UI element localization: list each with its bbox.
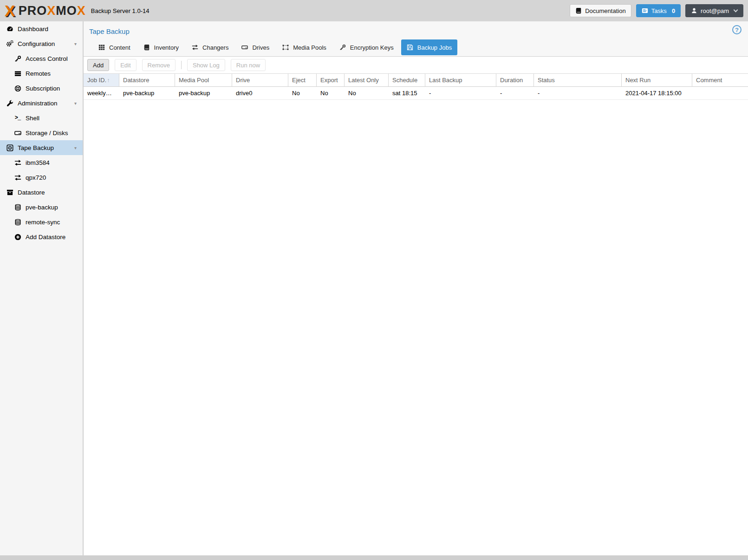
tasks-count-badge: 0: [672, 7, 675, 14]
cell-eject: No: [288, 87, 317, 99]
sidebar-item-label: Administration: [18, 100, 58, 107]
edit-button[interactable]: Edit: [115, 59, 136, 71]
column-header-schedule[interactable]: Schedule: [389, 74, 425, 86]
life-ring-icon: [13, 85, 22, 92]
task-list-icon: [642, 7, 648, 14]
sidebar-item-administration[interactable]: Administration ▾: [0, 96, 83, 111]
column-header-latest-only[interactable]: Latest Only: [345, 74, 389, 86]
chevron-down-icon: [734, 8, 738, 13]
sidebar-item-label: Storage / Disks: [26, 130, 68, 137]
topbar: X PROXMOX Backup Server 1.0-14 Documenta…: [0, 0, 748, 21]
product-version-title: Backup Server 1.0-14: [91, 7, 150, 14]
content-header: Tape Backup ? Content Inventory Changers: [84, 21, 748, 57]
wrench-icon: [6, 100, 14, 107]
column-header-duration[interactable]: Duration: [496, 74, 534, 86]
cell-media-pool: pve-backup: [175, 87, 232, 99]
tab-label: Content: [109, 44, 130, 51]
proxmox-logo: X PROXMOX: [5, 3, 86, 19]
column-header-status[interactable]: Status: [534, 74, 622, 86]
column-header-eject[interactable]: Eject: [288, 74, 317, 86]
plus-circle-icon: [13, 234, 22, 241]
tab-changers[interactable]: Changers: [186, 39, 234, 55]
sidebar-item-shell[interactable]: >_ Shell: [0, 111, 83, 125]
column-header-job-id[interactable]: Job ID. ↑: [84, 74, 119, 86]
exchange-icon: [13, 174, 22, 181]
hdd-icon: [13, 130, 22, 137]
column-header-drive[interactable]: Drive: [232, 74, 288, 86]
cell-comment: [692, 87, 748, 99]
column-header-export[interactable]: Export: [317, 74, 345, 86]
cell-export: No: [317, 87, 345, 99]
sidebar-item-label: Tape Backup: [18, 144, 54, 151]
run-now-button[interactable]: Run now: [231, 59, 266, 71]
database-icon: [13, 219, 22, 226]
table-row[interactable]: weekly… pve-backup pve-backup drive0 No …: [84, 87, 748, 100]
exchange-icon: [192, 44, 198, 51]
documentation-label: Documentation: [585, 7, 625, 14]
caret-down-icon[interactable]: ▾: [74, 41, 77, 46]
sidebar-item-subscription[interactable]: Subscription: [0, 81, 83, 96]
user-menu-button[interactable]: root@pam: [685, 4, 743, 17]
sidebar-item-tape-backup[interactable]: Tape Backup ▾: [0, 140, 83, 155]
sidebar-item-add-datastore[interactable]: Add Datastore: [0, 229, 83, 244]
remove-button[interactable]: Remove: [142, 59, 176, 71]
sidebar: Dashboard Configuration ▾ Access Control…: [0, 21, 84, 555]
table-header-row: Job ID. ↑ Datastore Media Pool Drive Eje…: [84, 74, 748, 87]
column-header-media-pool[interactable]: Media Pool: [175, 74, 232, 86]
user-icon: [691, 7, 697, 14]
sidebar-item-pve-backup[interactable]: pve-backup: [0, 200, 83, 215]
cell-job-id: weekly…: [84, 87, 119, 99]
column-header-next-run[interactable]: Next Run: [622, 74, 692, 86]
sidebar-item-label: Remotes: [26, 70, 51, 77]
sidebar-item-datastore[interactable]: Datastore: [0, 185, 83, 200]
exchange-icon: [13, 159, 22, 166]
tab-content[interactable]: Content: [93, 39, 136, 55]
column-header-last-backup[interactable]: Last Backup: [425, 74, 496, 86]
column-header-datastore[interactable]: Datastore: [119, 74, 175, 86]
tab-backup-jobs[interactable]: Backup Jobs: [401, 39, 457, 55]
sidebar-item-configuration[interactable]: Configuration ▾: [0, 36, 83, 51]
server-list-icon: [13, 70, 22, 77]
show-log-button[interactable]: Show Log: [187, 59, 225, 71]
help-button[interactable]: ?: [732, 25, 741, 34]
caret-down-icon[interactable]: ▾: [74, 101, 77, 106]
sidebar-item-label: pve-backup: [26, 204, 58, 211]
sidebar-item-access-control[interactable]: Access Control: [0, 51, 83, 66]
tape-icon: [6, 144, 14, 151]
tab-label: Backup Jobs: [417, 44, 452, 51]
sidebar-item-label: Shell: [26, 115, 39, 122]
cell-status: -: [534, 87, 622, 99]
sort-ascending-icon: ↑: [107, 77, 110, 84]
tab-bar: Content Inventory Changers Drives Media …: [93, 39, 459, 55]
cell-latest-only: No: [345, 87, 389, 99]
tab-encryption-keys[interactable]: Encryption Keys: [334, 39, 399, 55]
add-button[interactable]: Add: [87, 59, 109, 71]
sidebar-item-storage-disks[interactable]: Storage / Disks: [0, 125, 83, 140]
cell-last-backup: -: [425, 87, 496, 99]
tachometer-icon: [6, 26, 14, 33]
sidebar-item-qpx720[interactable]: qpx720: [0, 170, 83, 185]
cell-datastore: pve-backup: [119, 87, 175, 99]
cell-schedule: sat 18:15: [389, 87, 425, 99]
tab-media-pools[interactable]: Media Pools: [277, 39, 332, 55]
proxmox-wordmark: PROXMOX: [19, 5, 86, 17]
sidebar-item-label: Subscription: [26, 85, 60, 92]
tab-label: Encryption Keys: [350, 44, 394, 51]
cell-duration: -: [496, 87, 534, 99]
sidebar-item-ibm3584[interactable]: ibm3584: [0, 155, 83, 170]
tasks-label: Tasks: [651, 7, 667, 14]
tab-inventory[interactable]: Inventory: [138, 39, 184, 55]
tab-drives[interactable]: Drives: [236, 39, 275, 55]
book-icon: [575, 7, 582, 14]
sidebar-item-remote-sync[interactable]: remote-sync: [0, 215, 83, 229]
column-header-comment[interactable]: Comment: [692, 74, 748, 86]
sidebar-item-label: Configuration: [18, 40, 55, 47]
toolbar-separator: [181, 61, 182, 69]
sidebar-item-remotes[interactable]: Remotes: [0, 66, 83, 81]
gears-icon: [6, 40, 14, 47]
caret-down-icon[interactable]: ▾: [74, 145, 77, 150]
documentation-button[interactable]: Documentation: [570, 4, 631, 17]
sidebar-item-dashboard[interactable]: Dashboard: [0, 21, 83, 36]
tasks-button[interactable]: Tasks 0: [636, 4, 681, 17]
cell-next-run: 2021-04-17 18:15:00: [622, 87, 692, 99]
